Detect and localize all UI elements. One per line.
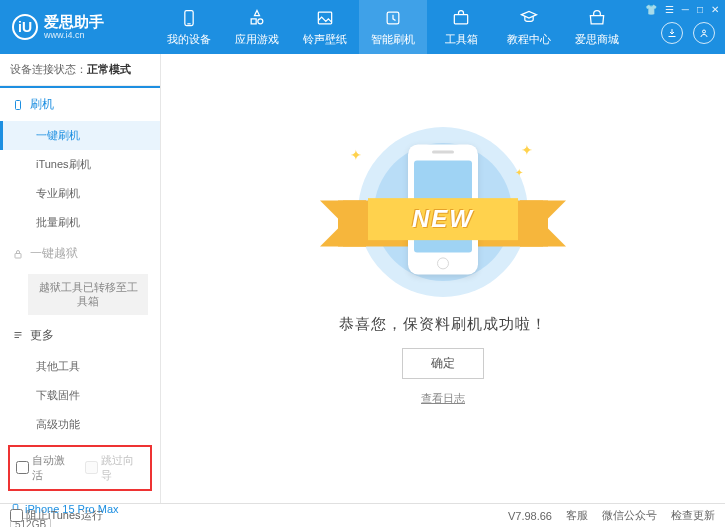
- block-itunes-checkbox[interactable]: 阻止iTunes运行: [10, 508, 103, 523]
- nav-apps[interactable]: 应用游戏: [223, 0, 291, 54]
- main-content: NEW ✦ ✦ ✦ 恭喜您，保资料刷机成功啦！ 确定 查看日志: [161, 54, 725, 503]
- svg-point-5: [703, 30, 706, 33]
- nav-tutorials[interactable]: 教程中心: [495, 0, 563, 54]
- top-nav: 我的设备 应用游戏 铃声壁纸 智能刷机 工具箱 教程中心 爱思商城: [155, 0, 631, 54]
- sidebar-head-flash[interactable]: 刷机: [0, 88, 160, 121]
- sidebar-item-advanced[interactable]: 高级功能: [0, 410, 160, 439]
- nav-store[interactable]: 爱思商城: [563, 0, 631, 54]
- nav-toolbox[interactable]: 工具箱: [427, 0, 495, 54]
- apps-icon: [247, 8, 267, 28]
- nav-flash[interactable]: 智能刷机: [359, 0, 427, 54]
- sidebar-item-other-tools[interactable]: 其他工具: [0, 352, 160, 381]
- header-right-icons: [661, 22, 715, 44]
- close-button[interactable]: ✕: [711, 4, 719, 15]
- phone-icon: [12, 99, 24, 111]
- success-illustration: NEW ✦ ✦ ✦: [358, 127, 528, 297]
- nav-my-device[interactable]: 我的设备: [155, 0, 223, 54]
- minimize-button[interactable]: ─: [682, 4, 689, 15]
- svg-rect-6: [16, 100, 21, 109]
- titlebar: iU 爱思助手 www.i4.cn 我的设备 应用游戏 铃声壁纸 智能刷机 工具…: [0, 0, 725, 54]
- svg-rect-7: [15, 253, 21, 258]
- window-controls: 👕 ☰ ─ □ ✕: [645, 4, 719, 15]
- sidebar: 设备连接状态：正常模式 刷机 一键刷机 iTunes刷机 专业刷机 批量刷机 一…: [0, 54, 161, 503]
- store-icon: [587, 8, 607, 28]
- auto-activate-checkbox[interactable]: 自动激活: [16, 453, 75, 483]
- list-icon: [12, 329, 24, 341]
- skin-button[interactable]: 👕: [645, 4, 657, 15]
- sidebar-item-oneclick-flash[interactable]: 一键刷机: [0, 121, 160, 150]
- toolbox-icon: [451, 8, 471, 28]
- options-row: 自动激活 跳过向导: [8, 445, 152, 491]
- footer-link-support[interactable]: 客服: [566, 508, 588, 523]
- connection-status: 设备连接状态：正常模式: [0, 54, 160, 86]
- footer-link-wechat[interactable]: 微信公众号: [602, 508, 657, 523]
- download-icon[interactable]: [661, 22, 683, 44]
- version-label: V7.98.66: [508, 510, 552, 522]
- success-message: 恭喜您，保资料刷机成功啦！: [339, 315, 547, 334]
- ok-button[interactable]: 确定: [402, 348, 484, 379]
- sidebar-head-more[interactable]: 更多: [0, 319, 160, 352]
- app-name: 爱思助手: [44, 14, 104, 31]
- app-url: www.i4.cn: [44, 30, 104, 40]
- sidebar-item-itunes-flash[interactable]: iTunes刷机: [0, 150, 160, 179]
- sidebar-head-jailbreak: 一键越狱: [0, 237, 160, 270]
- sidebar-item-batch-flash[interactable]: 批量刷机: [0, 208, 160, 237]
- app-logo: iU 爱思助手 www.i4.cn: [0, 14, 155, 41]
- svg-rect-4: [454, 14, 467, 23]
- tutorial-icon: [519, 8, 539, 28]
- logo-icon: iU: [12, 14, 38, 40]
- skip-guide-checkbox[interactable]: 跳过向导: [85, 453, 144, 483]
- device-icon: [179, 8, 199, 28]
- user-icon[interactable]: [693, 22, 715, 44]
- wallpaper-icon: [315, 8, 335, 28]
- lock-icon: [12, 248, 24, 260]
- view-log-link[interactable]: 查看日志: [421, 391, 465, 406]
- jailbreak-moved-note: 越狱工具已转移至工具箱: [28, 274, 148, 315]
- new-ribbon: NEW: [368, 198, 518, 240]
- flash-icon: [383, 8, 403, 28]
- nav-ringtones[interactable]: 铃声壁纸: [291, 0, 359, 54]
- maximize-button[interactable]: □: [697, 4, 703, 15]
- sidebar-item-download-firmware[interactable]: 下载固件: [0, 381, 160, 410]
- footer-link-update[interactable]: 检查更新: [671, 508, 715, 523]
- menu-button[interactable]: ☰: [665, 4, 674, 15]
- sidebar-item-pro-flash[interactable]: 专业刷机: [0, 179, 160, 208]
